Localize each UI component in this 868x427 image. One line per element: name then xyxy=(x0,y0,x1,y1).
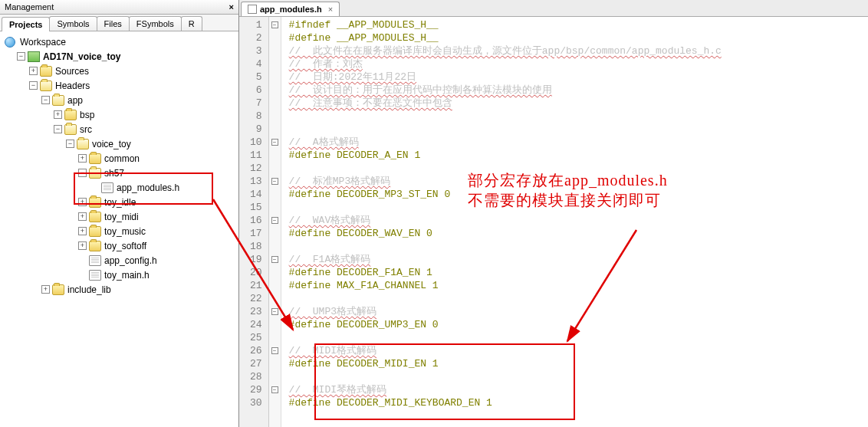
line-number-gutter: 1234567891011121314151617181920212223242… xyxy=(239,17,269,427)
expand-icon[interactable]: + xyxy=(78,227,87,235)
tree-voice-toy[interactable]: −voice_toy xyxy=(2,136,237,151)
folder-icon xyxy=(64,110,77,120)
file-icon xyxy=(89,270,101,281)
tree-bsp[interactable]: +bsp xyxy=(2,107,237,122)
annotation-line2: 不需要的模块直接关闭即可 xyxy=(468,190,668,210)
collapse-icon[interactable]: − xyxy=(54,125,62,133)
collapse-icon[interactable]: − xyxy=(17,52,25,61)
management-panel: Management × Projects Symbols Files FSym… xyxy=(0,0,239,427)
folder-icon xyxy=(89,197,101,208)
tree-common[interactable]: +common xyxy=(2,151,237,166)
tab-fsymbols[interactable]: FSymbols xyxy=(129,16,182,31)
annotation-line1: 部分宏存放在app_modules.h xyxy=(468,170,668,190)
folder-open-icon xyxy=(77,139,89,149)
tree-project[interactable]: −AD17N_voice_toy xyxy=(2,49,237,64)
folder-open-icon xyxy=(64,124,77,135)
code-editor[interactable]: 1234567891011121314151617181920212223242… xyxy=(239,17,868,427)
project-icon xyxy=(28,51,40,62)
expand-icon[interactable]: + xyxy=(29,67,38,75)
tree-src[interactable]: −src xyxy=(2,122,237,136)
file-icon xyxy=(89,255,101,266)
panel-title: Management xyxy=(5,2,54,11)
editor-tabs: app_modules.h × xyxy=(239,0,868,17)
collapse-icon[interactable]: − xyxy=(78,169,87,177)
collapse-icon[interactable]: − xyxy=(66,140,74,148)
tree-sources[interactable]: +Sources xyxy=(2,64,237,78)
tree-app[interactable]: −app xyxy=(2,93,237,107)
tree-sh57[interactable]: −sh57 xyxy=(2,166,237,180)
expand-icon[interactable]: + xyxy=(78,212,87,221)
tab-r[interactable]: R xyxy=(181,16,202,31)
globe-icon xyxy=(5,37,15,48)
collapse-icon[interactable]: − xyxy=(29,81,38,90)
folder-icon xyxy=(52,284,64,295)
expand-icon[interactable]: + xyxy=(41,285,50,294)
expand-icon[interactable]: + xyxy=(54,110,62,119)
tree-toy-main-h[interactable]: toy_main.h xyxy=(2,268,237,282)
expand-icon[interactable]: + xyxy=(78,198,87,206)
file-icon xyxy=(101,182,113,193)
tree-toy-music[interactable]: +toy_music xyxy=(2,224,237,238)
panel-close-icon[interactable]: × xyxy=(229,2,234,11)
collapse-icon[interactable]: − xyxy=(41,96,50,104)
folder-icon xyxy=(89,212,101,222)
expand-icon[interactable]: + xyxy=(78,154,87,163)
editor-tab-app-modules[interactable]: app_modules.h × xyxy=(241,2,340,16)
project-tree[interactable]: Workspace −AD17N_voice_toy +Sources −Hea… xyxy=(0,31,238,427)
annotation-text: 部分宏存放在app_modules.h 不需要的模块直接关闭即可 xyxy=(468,170,668,210)
folder-open-icon xyxy=(89,168,101,179)
code-content[interactable]: #ifndef __APP_MODULES_H__#define __APP_M… xyxy=(281,17,722,427)
editor-area: app_modules.h × 123456789101112131415161… xyxy=(239,0,868,427)
tree-toy-idle[interactable]: +toy_idle xyxy=(2,195,237,209)
tree-headers[interactable]: −Headers xyxy=(2,78,237,93)
panel-header: Management × xyxy=(0,0,238,15)
folder-icon xyxy=(89,153,101,164)
panel-tabs: Projects Symbols Files FSymbols R xyxy=(0,15,238,31)
tree-toy-softoff[interactable]: +toy_softoff xyxy=(2,238,237,253)
folder-open-icon xyxy=(40,80,52,91)
tree-toy-midi[interactable]: +toy_midi xyxy=(2,209,237,224)
folder-icon xyxy=(89,241,101,251)
editor-tab-label: app_modules.h xyxy=(260,5,322,14)
expand-icon[interactable]: + xyxy=(78,241,87,250)
folder-icon xyxy=(40,66,52,77)
tree-workspace[interactable]: Workspace xyxy=(2,34,237,49)
tree-app-modules-h[interactable]: app_modules.h xyxy=(2,180,237,195)
folder-open-icon xyxy=(52,95,64,106)
fold-margin[interactable]: −−−−−−−− xyxy=(269,17,281,427)
file-icon xyxy=(248,5,257,14)
tree-include-lib[interactable]: +include_lib xyxy=(2,282,237,297)
folder-icon xyxy=(89,226,101,237)
tab-symbols[interactable]: Symbols xyxy=(49,16,97,31)
tree-app-config-h[interactable]: app_config.h xyxy=(2,253,237,268)
tab-files[interactable]: Files xyxy=(97,16,130,31)
tab-projects[interactable]: Projects xyxy=(2,17,50,31)
close-icon[interactable]: × xyxy=(328,5,333,14)
